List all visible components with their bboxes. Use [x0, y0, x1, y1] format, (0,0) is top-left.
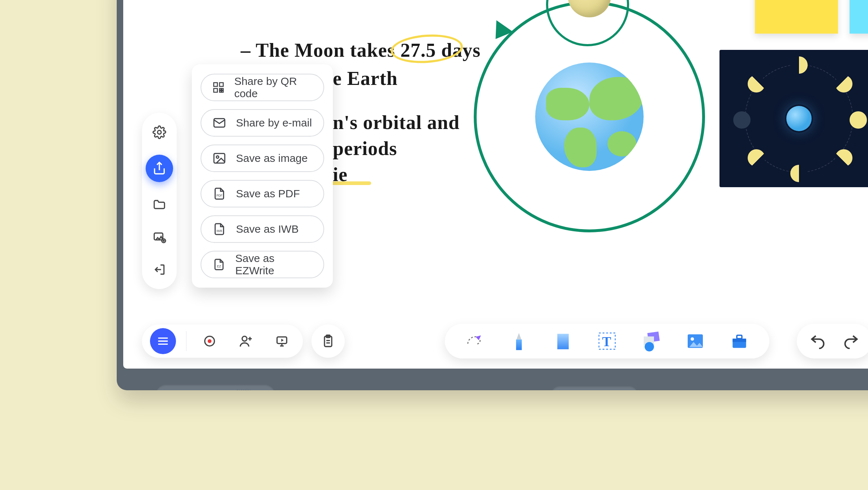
image-tool[interactable] — [683, 328, 708, 354]
record-icon — [202, 334, 217, 348]
svg-marker-29 — [281, 339, 284, 341]
share-item-label: Save as image — [236, 152, 308, 164]
settings-button[interactable] — [149, 122, 169, 142]
text-icon: T — [596, 330, 618, 352]
highlight-underline-icon — [331, 181, 371, 185]
hamburger-icon — [156, 334, 170, 348]
svg-point-25 — [242, 336, 247, 341]
sticky-note-label: Sun — [762, 0, 798, 1]
toolbox-icon — [729, 331, 750, 351]
svg-text:EZ: EZ — [217, 265, 221, 268]
exit-icon — [152, 263, 166, 276]
share-item-label: Save as IWB — [236, 223, 298, 235]
gear-icon — [152, 125, 166, 139]
svg-text:IWB: IWB — [216, 229, 222, 233]
lasso-tool[interactable] — [462, 328, 487, 354]
moon-phases-image[interactable] — [719, 50, 868, 187]
ezwrite-file-icon: EZ — [212, 257, 226, 272]
svg-rect-10 — [219, 89, 221, 90]
clipboard-pill — [311, 324, 345, 358]
pen-icon — [509, 329, 529, 353]
svg-rect-38 — [516, 340, 522, 350]
history-dock — [797, 324, 868, 358]
share-button[interactable] — [146, 155, 173, 182]
sticker-icon — [640, 330, 662, 352]
tool-dock: T — [445, 324, 769, 358]
bottom-left-toolbar — [142, 324, 345, 358]
share-item-label: Share by e-mail — [236, 117, 312, 129]
svg-point-44 — [645, 342, 654, 352]
note-line-3: n's orbital and — [333, 111, 460, 134]
undo-icon[interactable] — [808, 333, 827, 349]
svg-marker-37 — [516, 333, 521, 340]
text-tool[interactable]: T — [594, 328, 620, 354]
share-item-label: Share by QR code — [234, 75, 313, 100]
toolbox-tool[interactable] — [727, 328, 752, 354]
ports-panel — [156, 384, 275, 390]
svg-point-16 — [216, 156, 219, 158]
qr-code-icon — [212, 80, 225, 95]
note-line-2: e Earth — [333, 67, 398, 90]
exit-button[interactable] — [149, 259, 169, 280]
save-image-button[interactable]: Save as image — [201, 145, 324, 172]
svg-rect-9 — [214, 89, 217, 92]
session-pill — [142, 324, 303, 358]
note-line-4: periods — [333, 137, 397, 160]
share-item-label: Save as EZWrite — [235, 252, 313, 277]
svg-point-0 — [158, 130, 161, 134]
mail-icon — [212, 116, 227, 130]
screen-plus-icon — [152, 230, 166, 244]
files-button[interactable] — [149, 194, 169, 215]
pdf-file-icon: PDF — [212, 186, 227, 201]
benq-display-frame: – The Moon takes 27.5 days e Earth n's o… — [117, 0, 868, 390]
save-iwb-button[interactable]: IWB Save as IWB — [201, 215, 324, 243]
shape-icon — [553, 330, 573, 352]
whiteboard-screen: – The Moon takes 27.5 days e Earth n's o… — [123, 0, 868, 369]
svg-rect-15 — [214, 154, 225, 163]
svg-rect-11 — [222, 91, 223, 92]
iwb-file-icon: IWB — [212, 222, 227, 236]
share-item-label: Save as PDF — [236, 188, 300, 200]
share-email-button[interactable]: Share by e-mail — [201, 109, 324, 137]
separator — [186, 331, 186, 351]
svg-point-24 — [208, 339, 212, 343]
image-file-icon — [212, 151, 227, 166]
share-qr-button[interactable]: Share by QR code — [201, 74, 324, 101]
sticky-note-sun[interactable]: Sun — [755, 0, 838, 34]
add-background-button[interactable] — [149, 227, 169, 247]
brand-label: BenQ — [581, 389, 607, 391]
present-button[interactable] — [269, 328, 295, 354]
svg-rect-13 — [222, 89, 223, 90]
svg-rect-49 — [737, 335, 742, 339]
device-chin: BenQ — [122, 371, 868, 386]
user-plus-icon — [239, 334, 253, 348]
save-pdf-button[interactable]: PDF Save as PDF — [201, 180, 324, 207]
earth-icon — [535, 63, 644, 171]
share-icon — [152, 161, 167, 176]
record-button[interactable] — [197, 328, 223, 354]
svg-rect-7 — [214, 83, 217, 86]
add-user-button[interactable] — [233, 328, 259, 354]
redo-icon[interactable] — [842, 333, 860, 349]
svg-rect-8 — [219, 83, 223, 86]
shape-tool[interactable] — [550, 328, 576, 354]
pen-tool[interactable] — [506, 328, 532, 354]
save-ezwrite-button[interactable]: EZ Save as EZWrite — [201, 251, 324, 278]
svg-text:PDF: PDF — [216, 194, 223, 197]
brand-badge: BenQ — [551, 386, 638, 390]
side-toolbar — [142, 113, 177, 289]
sticky-note-cyan[interactable] — [850, 0, 868, 34]
svg-marker-36 — [476, 335, 481, 340]
mic-grille-icon — [232, 390, 254, 390]
svg-text:T: T — [602, 334, 611, 349]
presentation-icon — [275, 334, 289, 348]
lasso-icon — [464, 331, 485, 352]
sticker-tool[interactable] — [639, 328, 664, 354]
paste-button[interactable] — [315, 328, 341, 354]
svg-rect-12 — [219, 91, 221, 92]
svg-point-46 — [691, 338, 694, 341]
menu-button[interactable] — [150, 328, 176, 354]
share-popover: Share by QR code Share by e-mail Save as… — [192, 64, 333, 288]
clipboard-icon — [321, 334, 335, 348]
image-icon — [685, 331, 705, 351]
